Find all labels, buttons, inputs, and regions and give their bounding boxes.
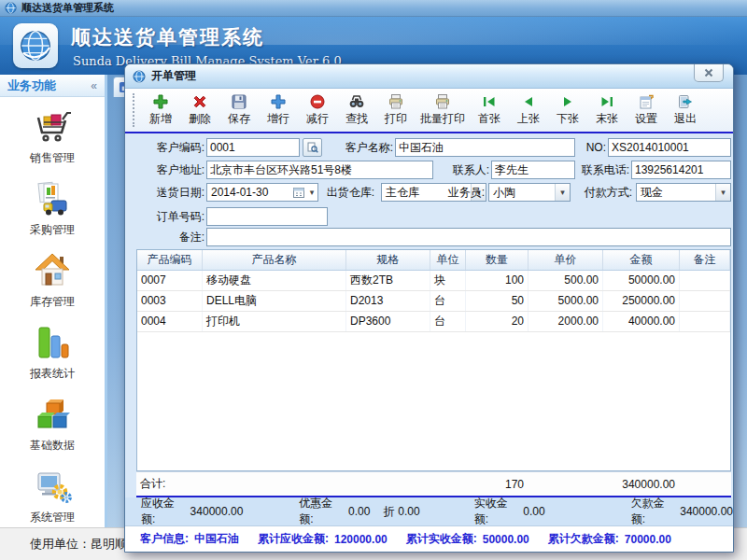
sidebar-collapse-button[interactable]: «	[91, 79, 97, 92]
salesman-select[interactable]: 小陶 ▾	[488, 183, 571, 202]
last-icon	[599, 93, 615, 110]
sidebar-item-label: 报表统计	[30, 366, 75, 382]
prev-record-button[interactable]: 上张	[509, 91, 548, 130]
data-blocks-icon	[31, 394, 74, 435]
customer-info-label: 客户信息:	[140, 531, 189, 547]
cum-debt-label: 累计欠款金额:	[548, 531, 619, 547]
close-button[interactable]	[694, 64, 724, 82]
batch-print-button[interactable]: 批量打印	[416, 91, 470, 130]
sidebar-item-basedata[interactable]: 基础数据	[0, 394, 105, 454]
table-header-row: 产品编码 产品名称 规格 单位 数量 单价 金额 备注	[137, 250, 730, 271]
customer-info-bar: 客户信息: 中国石油 累计应收金额: 120000.00 累计实收金额: 500…	[125, 525, 733, 552]
cum-received-value: 50000.00	[483, 533, 529, 546]
col-header-price[interactable]: 单价	[529, 250, 603, 270]
close-icon	[704, 68, 713, 77]
dropdown-arrow-icon: ▾	[715, 184, 730, 201]
first-record-button[interactable]: 首张	[470, 91, 509, 130]
customer-address-input[interactable]	[206, 161, 433, 179]
app-globe-icon	[5, 2, 17, 14]
batch-printer-icon	[434, 93, 451, 110]
sidebar-item-label: 系统管理	[30, 510, 75, 525]
billing-window: 开单管理 新增 删除 保存 增行 减行 查找	[124, 63, 734, 553]
sidebar-item-sales[interactable]: 销售管理	[0, 106, 105, 166]
cum-receivable-value: 120000.00	[334, 533, 388, 546]
col-header-remark[interactable]: 备注	[680, 250, 730, 270]
phone-label: 联系电话:	[575, 161, 629, 179]
exit-icon	[677, 93, 694, 110]
order-no-input[interactable]	[206, 207, 328, 226]
table-row[interactable]: 0003 DELL电脑 D2013 台 50 5000.00 250000.00	[137, 291, 730, 312]
customer-code-input[interactable]	[206, 138, 300, 157]
discount-label: 优惠金额:	[299, 496, 345, 527]
sidebar-item-purchase[interactable]: 采购管理	[0, 178, 105, 238]
toolbar: 新增 删除 保存 增行 减行 查找 打印 批量打印	[125, 89, 733, 132]
remark-label: 备注:	[130, 228, 204, 246]
sidebar-items: 销售管理 采购管理 库存管理 报表统计 基础数据 系统管理	[0, 97, 105, 527]
col-header-product-code[interactable]: 产品编码	[137, 250, 203, 270]
payment-label: 付款方式:	[576, 183, 632, 202]
window-title: 开单管理	[151, 68, 196, 84]
customer-code-label: 客户编码:	[130, 138, 204, 157]
binoculars-icon	[348, 93, 365, 110]
save-button[interactable]: 保存	[219, 91, 259, 130]
salesman-label: 业务员:	[433, 183, 485, 202]
discount-value: 0.00	[348, 505, 370, 518]
sidebar-item-label: 库存管理	[30, 294, 75, 310]
customer-lookup-button[interactable]	[303, 138, 322, 157]
cum-receivable-label: 累计应收金额:	[258, 531, 329, 547]
warehouse-house-icon	[31, 250, 74, 291]
sidebar: 业务功能 « 销售管理 采购管理 库存管理 报表统计 基础数据 系统管理	[0, 75, 107, 527]
add-row-icon	[270, 93, 287, 110]
col-header-qty[interactable]: 数量	[466, 250, 529, 270]
col-header-unit[interactable]: 单位	[430, 250, 466, 270]
customer-address-label: 客户地址:	[130, 161, 204, 179]
first-icon	[481, 93, 498, 110]
window-globe-icon	[133, 70, 146, 83]
settings-button[interactable]: 设置	[627, 91, 666, 130]
sidebar-item-system[interactable]: 系统管理	[0, 466, 105, 525]
remove-row-button[interactable]: 减行	[298, 91, 337, 130]
summary-bar: 应收金额: 340000.00 优惠金额: 0.00 折 0.00 实收金额: …	[125, 497, 733, 525]
sidebar-item-label: 销售管理	[30, 150, 75, 166]
add-row-button[interactable]: 增行	[259, 91, 298, 130]
find-button[interactable]: 查找	[337, 91, 376, 130]
sidebar-item-label: 采购管理	[30, 222, 75, 238]
debt-value: 340000.00	[680, 505, 733, 518]
phone-input[interactable]	[631, 161, 731, 179]
lookup-icon	[307, 142, 318, 153]
system-gear-icon	[31, 466, 74, 507]
next-record-button[interactable]: 下张	[548, 91, 587, 130]
exit-button[interactable]: 退出	[666, 91, 705, 130]
contact-input[interactable]	[491, 161, 575, 179]
new-button[interactable]: 新增	[141, 91, 180, 130]
table-row[interactable]: 0004 打印机 DP3600 台 20 2000.00 40000.00	[137, 312, 730, 332]
col-header-spec[interactable]: 规格	[346, 250, 430, 270]
cum-received-label: 累计实收金额:	[406, 531, 477, 547]
contact-label: 联系人:	[436, 161, 489, 179]
app-logo	[13, 23, 58, 68]
delete-button[interactable]: 删除	[180, 91, 219, 130]
total-row: 合计: 170 340000.00	[136, 471, 731, 497]
bill-form: 客户编码: 客户名称: NO: 客户地址: 联系人: 联系电话: 送货日期: 2…	[125, 133, 733, 249]
bill-no-input[interactable]	[608, 138, 731, 157]
sidebar-item-reports[interactable]: 报表统计	[0, 322, 105, 382]
sidebar-title: 业务功能	[7, 77, 56, 94]
sidebar-item-inventory[interactable]: 库存管理	[0, 250, 105, 310]
sidebar-item-label: 基础数据	[30, 438, 75, 454]
payment-select[interactable]: 现金 ▾	[636, 183, 731, 202]
discount-rate-value: 0.00	[398, 505, 419, 518]
table-row[interactable]: 0007 移动硬盘 西数2TB 块 100 500.00 50000.00	[137, 271, 730, 291]
print-button[interactable]: 打印	[376, 91, 416, 130]
total-qty: 170	[465, 478, 528, 491]
table-body: 0007 移动硬盘 西数2TB 块 100 500.00 50000.00 00…	[137, 271, 730, 332]
customer-info-name: 中国石油	[194, 531, 239, 547]
customer-name-input[interactable]	[395, 138, 575, 157]
col-header-product-name[interactable]: 产品名称	[203, 250, 346, 270]
delete-icon	[191, 93, 208, 110]
settings-icon	[638, 93, 655, 110]
remark-input[interactable]	[206, 228, 731, 246]
col-header-amount[interactable]: 金额	[603, 250, 680, 270]
received-label: 实收金额:	[474, 496, 520, 527]
last-record-button[interactable]: 末张	[587, 91, 627, 130]
add-icon	[152, 93, 169, 110]
